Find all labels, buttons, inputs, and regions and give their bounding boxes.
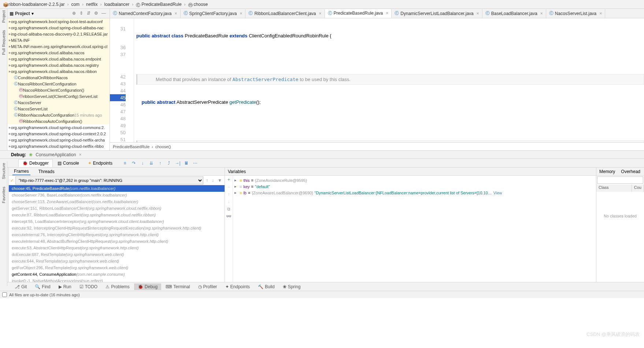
stack-frame[interactable]: getForObject:296, RestTemplate (org.spri… <box>9 264 225 271</box>
crumb-class[interactable]: PredicateBasedRule <box>113 144 149 149</box>
frames-tab[interactable]: Frames <box>12 168 30 175</box>
toolwindow-button-endpoints[interactable]: ✦Endpoints <box>222 283 253 290</box>
run-to-cursor-icon[interactable]: →| <box>174 160 181 166</box>
tree-node[interactable]: ▸ org.springframework.cloud.alibaba.naco… <box>7 56 110 62</box>
toolwindow-button-todo[interactable]: ☑TODO <box>76 283 101 290</box>
tree-node[interactable]: ▸ META-INF <box>7 37 110 43</box>
stack-frame[interactable]: executeInternal:48, AbstractBufferingCli… <box>9 238 225 245</box>
variable-node[interactable]: ▸≡ this = {ZoneAvoidanceRule@9595} <box>234 177 595 183</box>
project-title[interactable]: Project <box>15 11 30 16</box>
tree-node[interactable]: ⓜ ribbonServerList(IClientConfig):Server… <box>7 93 110 99</box>
crumb-method[interactable]: choose() <box>155 144 171 149</box>
stack-frame[interactable]: getServer:151, RibbonLoadBalancerClient … <box>9 205 225 212</box>
project-dropdown-icon[interactable]: ▦ <box>10 11 14 16</box>
tree-node[interactable]: Ⓒ RibbonNacosAutoConfiguration 15 minute… <box>7 112 110 118</box>
tree-node[interactable]: Ⓒ NacosServerList <box>7 106 110 112</box>
overhead-tab[interactable]: Overhead <box>618 169 643 174</box>
stack-frame[interactable]: doExecute:687, RestTemplate (org.springf… <box>9 251 225 258</box>
file-tab[interactable]: ⒸNacosServerList.java× <box>546 9 605 18</box>
copy-icon[interactable]: ⧉ <box>227 206 230 212</box>
tree-node[interactable]: ⓜ RibbonNacosAutoConfiguration() <box>7 118 110 124</box>
step-into-icon[interactable]: ↓ <box>139 160 146 166</box>
stack-frame[interactable]: execute:92, InterceptingClientHttpReques… <box>9 225 225 231</box>
stack-frame[interactable]: intercept:55, LoadBalancerInterceptor (o… <box>9 218 225 225</box>
tree-node[interactable]: ▸ org.springframework.boot:spring-boot-t… <box>7 18 110 25</box>
stack-frame[interactable]: execute:53, AbstractClientHttpRequest (o… <box>9 245 225 251</box>
variable-node[interactable]: ▸≡ lb = {ZoneAwareLoadBalancer@9690} "Dy… <box>234 190 595 196</box>
variable-node[interactable]: ▸≡ key = "default" <box>234 183 595 190</box>
chevron-down-icon[interactable]: ▾ <box>32 11 34 16</box>
locate-icon[interactable]: ⊕ <box>72 11 78 17</box>
tree-node[interactable]: ▸ org.springframework.cloud.alibaba.naco… <box>7 50 110 56</box>
trace-icon[interactable]: ⋯ <box>192 160 199 166</box>
up-icon[interactable]: ↑ <box>228 192 230 197</box>
file-tab[interactable]: ⒸNamedContextFactory.java× <box>110 9 181 18</box>
code-editor[interactable]: 31 36 37 42 43 44 45 46 47 48 49 50 51 5… <box>110 18 644 142</box>
filter-icon[interactable]: ▼ <box>216 178 223 183</box>
code-body[interactable]: public abstract class PredicateBasedRule… <box>134 18 644 142</box>
prev-thread-icon[interactable]: ↑ <box>205 178 209 183</box>
tree-node[interactable]: ▸ org.springframework.cloud.alibaba.naco… <box>7 68 110 74</box>
tree-node[interactable]: ▸ org.springframework.cloud:spring-cloud… <box>7 137 110 143</box>
frames-list[interactable]: choose:45, PredicateBasedRule (com.netfl… <box>9 185 225 282</box>
hide-icon[interactable]: — <box>101 11 107 17</box>
tree-node[interactable]: ▸ org.springframework.cloud:spring-cloud… <box>7 124 110 131</box>
close-icon[interactable]: × <box>599 11 602 16</box>
next-thread-icon[interactable]: ↓ <box>211 178 215 183</box>
toolwindow-button-problems[interactable]: ⚠Problems <box>102 283 133 290</box>
gear-icon[interactable]: ⚙ <box>94 11 100 17</box>
file-tab[interactable]: ⒸSpringClientFactory.java× <box>181 9 246 18</box>
endpoints-tab[interactable]: ✦Endpoints <box>84 159 116 167</box>
close-icon[interactable]: × <box>319 11 322 16</box>
tree-node[interactable]: ⓜ NacosRibbonClientConfiguration() <box>7 87 110 93</box>
status-checkbox[interactable] <box>2 292 7 297</box>
step-over-icon[interactable]: ↷ <box>130 160 137 166</box>
toolwindow-button-git[interactable]: ⎇Git <box>11 283 30 290</box>
javadoc-link[interactable]: AbstractServerPredicate <box>233 77 299 82</box>
down-icon[interactable]: ↓ <box>228 199 230 204</box>
stack-frame[interactable]: getContent:44, ConsumeApplication (com.n… <box>9 271 225 278</box>
close-icon[interactable]: × <box>540 11 543 16</box>
toolwindow-button-find[interactable]: 🔍Find <box>31 283 54 290</box>
toolwindow-button-spring[interactable]: ❀Spring <box>279 283 304 290</box>
stack-frame[interactable]: execute:644, RestTemplate (org.springfra… <box>9 258 225 264</box>
memory-tab[interactable]: Memory <box>596 169 618 174</box>
crumb-3[interactable]: loadbalancer <box>104 2 129 7</box>
console-tab[interactable]: ▤Console <box>53 159 83 167</box>
evaluate-icon[interactable]: 🖩 <box>183 160 190 166</box>
drop-frame-icon[interactable]: ⤴ <box>166 160 172 166</box>
close-icon[interactable]: × <box>79 152 81 157</box>
close-icon[interactable]: × <box>240 11 242 16</box>
crumb-2[interactable]: netflix <box>86 2 97 7</box>
step-out-icon[interactable]: ↑ <box>157 160 163 166</box>
file-tab[interactable]: ⒸBaseLoadBalancer.java× <box>482 9 546 18</box>
collapse-icon[interactable]: ⇵ <box>87 11 93 17</box>
tree-node[interactable]: Ⓒ NacosRibbonClientConfiguration <box>7 81 110 87</box>
variables-tree[interactable]: ▸≡ this = {ZoneAvoidanceRule@9595} ▸≡ ke… <box>233 176 596 282</box>
tree-node[interactable]: ▸ ing-cloud-alibaba-nacos-discovery-0.2.… <box>7 31 110 37</box>
stack-frame[interactable]: invoke0:-1, NativeMethodAccessorImpl (su… <box>9 278 225 282</box>
file-tab[interactable]: ⒸPredicateBasedRule.java× <box>325 9 392 18</box>
toolwindow-button-debug[interactable]: 🐞Debug <box>134 283 161 290</box>
close-icon[interactable]: × <box>386 11 388 16</box>
memory-search-input[interactable] <box>597 176 643 184</box>
close-icon[interactable]: × <box>175 11 177 16</box>
crumb-0[interactable]: 📦ribbon-loadbalancer-2.2.5.jar <box>3 2 64 7</box>
debug-app-name[interactable]: ConsumeApplication <box>36 152 76 157</box>
remove-watch-icon[interactable]: − <box>227 184 230 190</box>
thread-dropdown[interactable]: "http-nio-7777-exec-1"@7,262 in group "m… <box>15 176 203 184</box>
structure-tool-tab[interactable]: Structure <box>1 163 6 179</box>
toolwindow-button-build[interactable]: 🔨Build <box>254 283 278 290</box>
debugger-tab[interactable]: 🐞Debugger <box>18 159 53 167</box>
toolwindow-button-terminal[interactable]: ⌨Terminal <box>162 283 193 290</box>
project-tree[interactable]: ▸ org.springframework.boot:spring-boot-t… <box>7 18 110 150</box>
crumb-5[interactable]: ⓜchoose <box>188 2 208 7</box>
stack-frame[interactable]: executeInternal:76, InterceptingClientHt… <box>9 231 225 238</box>
crumb-4[interactable]: ⒸPredicateBasedRule <box>136 2 181 7</box>
tree-node[interactable]: ▸ org.springframework.cloud:spring-cloud… <box>7 25 110 31</box>
tree-node[interactable]: Ⓒ ConditionalOnRibbonNacos <box>7 74 110 81</box>
file-tab[interactable]: ⒸRibbonLoadBalancerClient.java× <box>245 9 325 18</box>
stack-frame[interactable]: chooseServer:113, ZoneAwareLoadBalancer … <box>9 198 225 205</box>
crumb-1[interactable]: com <box>71 2 79 7</box>
stack-frame[interactable]: choose:45, PredicateBasedRule (com.netfl… <box>9 185 225 192</box>
